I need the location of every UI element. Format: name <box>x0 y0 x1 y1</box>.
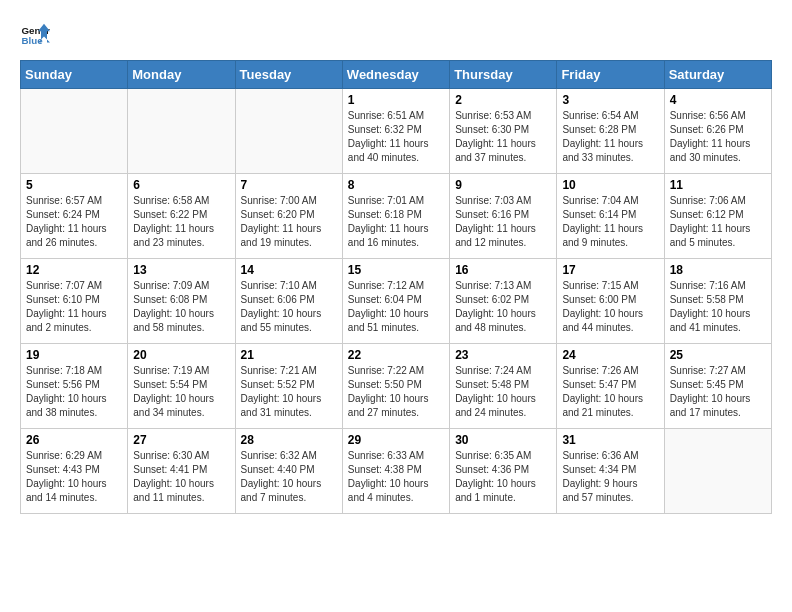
day-info: Sunrise: 6:30 AM Sunset: 4:41 PM Dayligh… <box>133 449 229 505</box>
weekday-header-tuesday: Tuesday <box>235 61 342 89</box>
day-number: 12 <box>26 263 122 277</box>
svg-text:Blue: Blue <box>22 35 44 46</box>
day-number: 15 <box>348 263 444 277</box>
weekday-header-friday: Friday <box>557 61 664 89</box>
calendar-cell <box>128 89 235 174</box>
calendar-cell: 9Sunrise: 7:03 AM Sunset: 6:16 PM Daylig… <box>450 174 557 259</box>
calendar-cell: 1Sunrise: 6:51 AM Sunset: 6:32 PM Daylig… <box>342 89 449 174</box>
day-info: Sunrise: 6:32 AM Sunset: 4:40 PM Dayligh… <box>241 449 337 505</box>
calendar-cell: 4Sunrise: 6:56 AM Sunset: 6:26 PM Daylig… <box>664 89 771 174</box>
day-number: 27 <box>133 433 229 447</box>
day-info: Sunrise: 6:35 AM Sunset: 4:36 PM Dayligh… <box>455 449 551 505</box>
day-number: 30 <box>455 433 551 447</box>
day-info: Sunrise: 6:58 AM Sunset: 6:22 PM Dayligh… <box>133 194 229 250</box>
calendar-cell <box>235 89 342 174</box>
logo: General Blue <box>20 20 54 50</box>
week-row-1: 5Sunrise: 6:57 AM Sunset: 6:24 PM Daylig… <box>21 174 772 259</box>
day-number: 20 <box>133 348 229 362</box>
calendar-cell: 24Sunrise: 7:26 AM Sunset: 5:47 PM Dayli… <box>557 344 664 429</box>
day-info: Sunrise: 7:04 AM Sunset: 6:14 PM Dayligh… <box>562 194 658 250</box>
day-number: 13 <box>133 263 229 277</box>
calendar-cell: 13Sunrise: 7:09 AM Sunset: 6:08 PM Dayli… <box>128 259 235 344</box>
calendar-cell: 3Sunrise: 6:54 AM Sunset: 6:28 PM Daylig… <box>557 89 664 174</box>
weekday-header-thursday: Thursday <box>450 61 557 89</box>
calendar-cell: 8Sunrise: 7:01 AM Sunset: 6:18 PM Daylig… <box>342 174 449 259</box>
day-info: Sunrise: 7:19 AM Sunset: 5:54 PM Dayligh… <box>133 364 229 420</box>
day-number: 2 <box>455 93 551 107</box>
day-number: 5 <box>26 178 122 192</box>
calendar-cell: 25Sunrise: 7:27 AM Sunset: 5:45 PM Dayli… <box>664 344 771 429</box>
day-number: 17 <box>562 263 658 277</box>
day-number: 31 <box>562 433 658 447</box>
day-info: Sunrise: 7:22 AM Sunset: 5:50 PM Dayligh… <box>348 364 444 420</box>
day-info: Sunrise: 7:03 AM Sunset: 6:16 PM Dayligh… <box>455 194 551 250</box>
week-row-0: 1Sunrise: 6:51 AM Sunset: 6:32 PM Daylig… <box>21 89 772 174</box>
calendar-cell: 17Sunrise: 7:15 AM Sunset: 6:00 PM Dayli… <box>557 259 664 344</box>
calendar-cell: 10Sunrise: 7:04 AM Sunset: 6:14 PM Dayli… <box>557 174 664 259</box>
day-number: 21 <box>241 348 337 362</box>
day-number: 3 <box>562 93 658 107</box>
calendar-cell: 22Sunrise: 7:22 AM Sunset: 5:50 PM Dayli… <box>342 344 449 429</box>
weekday-header-wednesday: Wednesday <box>342 61 449 89</box>
calendar-cell: 11Sunrise: 7:06 AM Sunset: 6:12 PM Dayli… <box>664 174 771 259</box>
day-number: 7 <box>241 178 337 192</box>
weekday-header-sunday: Sunday <box>21 61 128 89</box>
day-number: 4 <box>670 93 766 107</box>
day-info: Sunrise: 6:51 AM Sunset: 6:32 PM Dayligh… <box>348 109 444 165</box>
day-number: 9 <box>455 178 551 192</box>
calendar-cell: 12Sunrise: 7:07 AM Sunset: 6:10 PM Dayli… <box>21 259 128 344</box>
day-info: Sunrise: 7:21 AM Sunset: 5:52 PM Dayligh… <box>241 364 337 420</box>
weekday-header-saturday: Saturday <box>664 61 771 89</box>
calendar-cell: 20Sunrise: 7:19 AM Sunset: 5:54 PM Dayli… <box>128 344 235 429</box>
calendar-cell: 30Sunrise: 6:35 AM Sunset: 4:36 PM Dayli… <box>450 429 557 514</box>
week-row-4: 26Sunrise: 6:29 AM Sunset: 4:43 PM Dayli… <box>21 429 772 514</box>
day-number: 11 <box>670 178 766 192</box>
day-number: 6 <box>133 178 229 192</box>
day-info: Sunrise: 6:29 AM Sunset: 4:43 PM Dayligh… <box>26 449 122 505</box>
day-info: Sunrise: 7:27 AM Sunset: 5:45 PM Dayligh… <box>670 364 766 420</box>
calendar-cell <box>21 89 128 174</box>
day-info: Sunrise: 7:00 AM Sunset: 6:20 PM Dayligh… <box>241 194 337 250</box>
day-number: 19 <box>26 348 122 362</box>
day-info: Sunrise: 7:13 AM Sunset: 6:02 PM Dayligh… <box>455 279 551 335</box>
day-number: 23 <box>455 348 551 362</box>
calendar-cell: 26Sunrise: 6:29 AM Sunset: 4:43 PM Dayli… <box>21 429 128 514</box>
calendar-cell: 2Sunrise: 6:53 AM Sunset: 6:30 PM Daylig… <box>450 89 557 174</box>
day-info: Sunrise: 7:12 AM Sunset: 6:04 PM Dayligh… <box>348 279 444 335</box>
day-number: 18 <box>670 263 766 277</box>
day-number: 14 <box>241 263 337 277</box>
day-info: Sunrise: 6:53 AM Sunset: 6:30 PM Dayligh… <box>455 109 551 165</box>
calendar-cell: 14Sunrise: 7:10 AM Sunset: 6:06 PM Dayli… <box>235 259 342 344</box>
day-info: Sunrise: 7:18 AM Sunset: 5:56 PM Dayligh… <box>26 364 122 420</box>
day-info: Sunrise: 7:09 AM Sunset: 6:08 PM Dayligh… <box>133 279 229 335</box>
calendar-cell: 15Sunrise: 7:12 AM Sunset: 6:04 PM Dayli… <box>342 259 449 344</box>
calendar-cell: 6Sunrise: 6:58 AM Sunset: 6:22 PM Daylig… <box>128 174 235 259</box>
day-number: 1 <box>348 93 444 107</box>
day-info: Sunrise: 6:57 AM Sunset: 6:24 PM Dayligh… <box>26 194 122 250</box>
calendar-cell: 19Sunrise: 7:18 AM Sunset: 5:56 PM Dayli… <box>21 344 128 429</box>
calendar-cell: 29Sunrise: 6:33 AM Sunset: 4:38 PM Dayli… <box>342 429 449 514</box>
day-info: Sunrise: 7:16 AM Sunset: 5:58 PM Dayligh… <box>670 279 766 335</box>
day-number: 26 <box>26 433 122 447</box>
calendar-cell: 28Sunrise: 6:32 AM Sunset: 4:40 PM Dayli… <box>235 429 342 514</box>
calendar-cell <box>664 429 771 514</box>
day-number: 10 <box>562 178 658 192</box>
day-info: Sunrise: 7:01 AM Sunset: 6:18 PM Dayligh… <box>348 194 444 250</box>
weekday-header-row: SundayMondayTuesdayWednesdayThursdayFrid… <box>21 61 772 89</box>
weekday-header-monday: Monday <box>128 61 235 89</box>
day-info: Sunrise: 7:15 AM Sunset: 6:00 PM Dayligh… <box>562 279 658 335</box>
calendar-cell: 16Sunrise: 7:13 AM Sunset: 6:02 PM Dayli… <box>450 259 557 344</box>
calendar-cell: 18Sunrise: 7:16 AM Sunset: 5:58 PM Dayli… <box>664 259 771 344</box>
week-row-2: 12Sunrise: 7:07 AM Sunset: 6:10 PM Dayli… <box>21 259 772 344</box>
day-info: Sunrise: 7:26 AM Sunset: 5:47 PM Dayligh… <box>562 364 658 420</box>
day-info: Sunrise: 7:10 AM Sunset: 6:06 PM Dayligh… <box>241 279 337 335</box>
calendar-cell: 21Sunrise: 7:21 AM Sunset: 5:52 PM Dayli… <box>235 344 342 429</box>
day-number: 29 <box>348 433 444 447</box>
day-info: Sunrise: 7:24 AM Sunset: 5:48 PM Dayligh… <box>455 364 551 420</box>
week-row-3: 19Sunrise: 7:18 AM Sunset: 5:56 PM Dayli… <box>21 344 772 429</box>
day-number: 22 <box>348 348 444 362</box>
day-number: 8 <box>348 178 444 192</box>
day-info: Sunrise: 7:07 AM Sunset: 6:10 PM Dayligh… <box>26 279 122 335</box>
calendar-table: SundayMondayTuesdayWednesdayThursdayFrid… <box>20 60 772 514</box>
page-header: General Blue <box>20 20 772 50</box>
